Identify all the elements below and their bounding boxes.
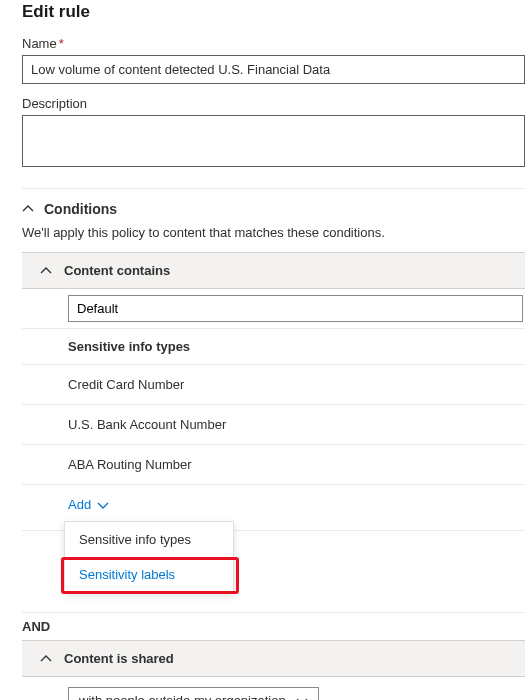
add-row: Add Sensitive info types Sensitivity lab… <box>22 485 525 531</box>
chevron-up-icon <box>22 203 34 215</box>
chevron-down-icon <box>97 499 109 511</box>
menu-item-sensitive-info-types[interactable]: Sensitive info types <box>65 522 233 557</box>
content-contains-panel: Content contains Sensitive info types Cr… <box>22 252 525 531</box>
name-input[interactable] <box>22 55 525 84</box>
add-button[interactable]: Add <box>68 497 109 512</box>
list-item[interactable]: ABA Routing Number <box>22 445 525 485</box>
chevron-down-icon <box>296 695 308 701</box>
group-name-input[interactable] <box>68 295 523 322</box>
name-label: Name* <box>22 36 525 51</box>
shared-scope-select[interactable]: with people outside my organization <box>68 687 319 700</box>
description-label: Description <box>22 96 525 111</box>
shared-scope-row: with people outside my organization <box>22 677 525 700</box>
connector-and: AND <box>22 613 525 640</box>
content-contains-header[interactable]: Content contains <box>22 253 525 289</box>
content-shared-panel: Content is shared with people outside my… <box>22 640 525 700</box>
menu-item-sensitivity-labels[interactable]: Sensitivity labels <box>65 557 233 592</box>
required-asterisk: * <box>59 36 64 51</box>
conditions-description: We'll apply this policy to content that … <box>22 225 525 240</box>
conditions-header[interactable]: Conditions <box>22 201 525 217</box>
content-shared-header[interactable]: Content is shared <box>22 641 525 677</box>
list-item[interactable]: U.S. Bank Account Number <box>22 405 525 445</box>
description-input[interactable] <box>22 115 525 167</box>
page-title: Edit rule <box>22 2 525 22</box>
chevron-up-icon <box>40 265 52 277</box>
divider <box>22 188 525 189</box>
chevron-up-icon <box>40 653 52 665</box>
group-name-row <box>22 289 525 329</box>
sensitive-info-types-header: Sensitive info types <box>22 329 525 365</box>
add-dropdown-menu: Sensitive info types Sensitivity labels <box>64 521 234 593</box>
list-item[interactable]: Credit Card Number <box>22 365 525 405</box>
